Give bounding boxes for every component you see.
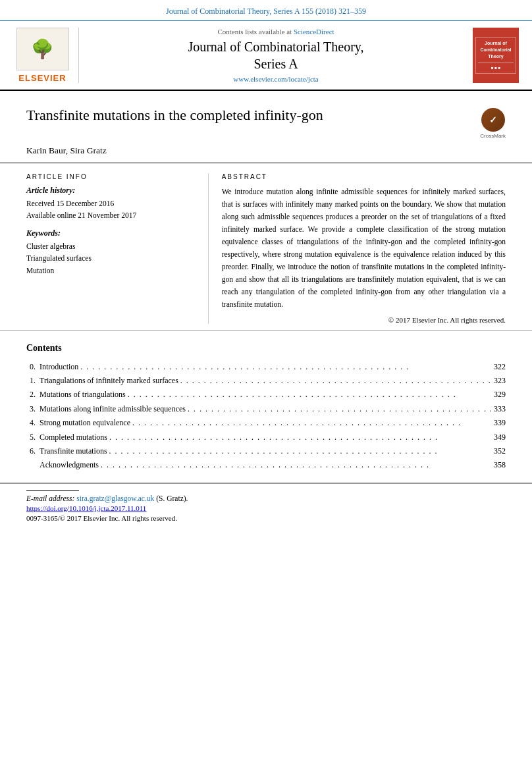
tree-icon: 🌳: [31, 40, 54, 59]
contents-title: Contents: [26, 343, 506, 354]
toc-page: 333: [491, 402, 506, 415]
toc-dots: . . . . . . . . . . . . . . . . . . . . …: [178, 374, 491, 387]
elsevier-logo-block: 🌳 ELSEVIER: [13, 28, 79, 83]
keyword-2: Triangulated surfaces: [26, 252, 195, 264]
toc-page: 349: [491, 431, 506, 444]
toc-label: Triangulations of infinitely marked surf…: [40, 374, 178, 387]
toc-dots: . . . . . . . . . . . . . . . . . . . . …: [78, 360, 491, 373]
journal-header: 🌳 ELSEVIER Contents lists available at S…: [0, 21, 532, 91]
toc-list: 0.Introduction . . . . . . . . . . . . .…: [26, 360, 506, 472]
toc-num: 3.: [26, 402, 40, 415]
journal-url[interactable]: www.elsevier.com/locate/jcta: [233, 75, 318, 83]
toc-num: 5.: [26, 431, 40, 444]
article-info-column: ARTICLE INFO Article history: Received 1…: [26, 173, 209, 324]
article-title-section: Transfinite mutations in the completed i…: [0, 91, 532, 163]
email-line: E-mail address: sira.gratz@glasgow.ac.uk…: [26, 494, 506, 502]
crossmark-icon: ✓: [481, 108, 505, 132]
keyword-1: Cluster algebras: [26, 240, 195, 252]
journal-name: Journal of Combinatorial Theory, Series …: [188, 38, 363, 72]
article-history-section: Article history: Received 15 December 20…: [26, 186, 195, 222]
crossmark-label: CrossMark: [480, 133, 506, 139]
toc-label: Mutations of triangulations: [40, 388, 126, 401]
article-info-header: ARTICLE INFO: [26, 173, 195, 180]
toc-row: 3.Mutations along infinite admissible se…: [26, 402, 506, 415]
toc-label: Transfinite mutations: [40, 444, 107, 458]
toc-num: 1.: [26, 374, 40, 387]
journal-citation: Journal of Combinatorial Theory, Series …: [0, 0, 532, 21]
toc-num: 6.: [26, 444, 40, 458]
footer-section: E-mail address: sira.gratz@glasgow.ac.uk…: [0, 483, 532, 530]
received-date: Received 15 December 2016: [26, 198, 195, 209]
citation-text: Journal of Combinatorial Theory, Series …: [166, 7, 366, 16]
cover-title-line3: Theory: [478, 53, 514, 60]
email-link[interactable]: sira.gratz@glasgow.ac.uk: [76, 494, 154, 502]
journal-title-block: Contents lists available at ScienceDirec…: [86, 28, 466, 83]
cover-title-line2: Combinatorial: [478, 47, 514, 53]
email-label: E-mail address:: [26, 494, 76, 502]
toc-dots: . . . . . . . . . . . . . . . . . . . . …: [107, 431, 491, 444]
toc-dots: . . . . . . . . . . . . . . . . . . . . …: [130, 416, 491, 429]
logo-image-box: 🌳: [16, 28, 69, 70]
two-column-body: ARTICLE INFO Article history: Received 1…: [0, 163, 532, 331]
article-authors: Karin Baur, Sira Gratz: [26, 145, 506, 156]
toc-row: 4.Strong mutation equivalence . . . . . …: [26, 416, 506, 429]
abstract-header: ABSTRACT: [222, 173, 506, 180]
toc-page: 322: [491, 360, 506, 373]
abstract-column: ABSTRACT We introduce mutation along inf…: [209, 173, 506, 324]
toc-row: 1.Triangulations of infinitely marked su…: [26, 374, 506, 387]
title-row: Transfinite mutations in the completed i…: [26, 105, 506, 139]
toc-label: Mutations along infinite admissible sequ…: [40, 402, 186, 415]
journal-cover-image: Journal of Combinatorial Theory ■ ■ ■: [473, 28, 519, 83]
contents-section: Contents 0.Introduction . . . . . . . . …: [0, 331, 532, 483]
abstract-copyright: © 2017 Elsevier Inc. All rights reserved…: [222, 316, 506, 324]
available-online-date: Available online 21 November 2017: [26, 209, 195, 221]
footer-divider: [26, 490, 79, 491]
toc-row: 6.Transfinite mutations . . . . . . . . …: [26, 444, 506, 458]
toc-dots: . . . . . . . . . . . . . . . . . . . . …: [99, 458, 491, 471]
toc-num: 2.: [26, 388, 40, 401]
toc-label: Introduction: [40, 360, 78, 373]
toc-num: 0.: [26, 360, 40, 373]
keyword-3: Mutation: [26, 265, 195, 277]
cover-title-line1: Journal of: [478, 40, 514, 47]
toc-row: 5.Completed mutations . . . . . . . . . …: [26, 431, 506, 444]
doi-link[interactable]: https://doi.org/10.1016/j.jcta.2017.11.0…: [26, 504, 146, 512]
toc-page: 323: [491, 374, 506, 387]
toc-page: 358: [491, 458, 506, 471]
toc-num: 4.: [26, 416, 40, 429]
toc-page: 339: [491, 416, 506, 429]
toc-row: 2.Mutations of triangulations . . . . . …: [26, 388, 506, 401]
toc-dots: . . . . . . . . . . . . . . . . . . . . …: [107, 444, 491, 458]
history-label: Article history:: [26, 186, 195, 196]
toc-dots: . . . . . . . . . . . . . . . . . . . . …: [126, 388, 491, 401]
keywords-label: Keywords:: [26, 228, 195, 238]
cover-decoration: ■ ■ ■: [478, 63, 514, 70]
toc-dots: . . . . . . . . . . . . . . . . . . . . …: [186, 402, 491, 415]
science-direct-line: Contents lists available at ScienceDirec…: [217, 28, 334, 36]
page: Journal of Combinatorial Theory, Series …: [0, 0, 532, 765]
article-main-title: Transfinite mutations in the completed i…: [26, 105, 470, 126]
keywords-section: Keywords: Cluster algebras Triangulated …: [26, 228, 195, 277]
crossmark-badge: ✓ CrossMark: [480, 108, 506, 139]
email-suffix: (S. Gratz).: [156, 494, 188, 502]
toc-row: 0.Introduction . . . . . . . . . . . . .…: [26, 360, 506, 373]
cover-inner: Journal of Combinatorial Theory ■ ■ ■: [475, 37, 516, 74]
copyright-footer: 0097-3165/© 2017 Elsevier Inc. All right…: [26, 514, 506, 522]
elsevier-wordmark: ELSEVIER: [18, 73, 66, 83]
toc-page: 352: [491, 444, 506, 458]
toc-row: Acknowledgments . . . . . . . . . . . . …: [26, 458, 506, 471]
toc-label: Strong mutation equivalence: [40, 416, 130, 429]
toc-label: Completed mutations: [40, 431, 107, 444]
science-direct-link[interactable]: ScienceDirect: [294, 28, 334, 36]
abstract-text: We introduce mutation along infinite adm…: [222, 186, 506, 311]
toc-page: 329: [491, 388, 506, 401]
toc-label: Acknowledgments: [40, 458, 99, 471]
doi-line: https://doi.org/10.1016/j.jcta.2017.11.0…: [26, 504, 506, 512]
